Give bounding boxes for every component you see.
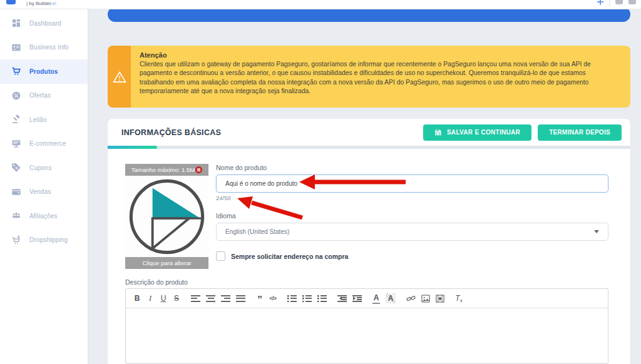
basic-info-card: INFORMAÇÕES BÁSICAS SALVAR E CONTINUAR T… [108,119,630,364]
editor-toolbar: B I U S ” </> [126,289,608,308]
sidebar-item-label: Cupons [29,164,52,171]
editor-content[interactable] [126,308,608,364]
name-label: Nome do produto [216,164,267,171]
sidebar-item-ecommerce[interactable]: E-commerce [0,132,88,156]
sidebar-item-label: E-commerce [29,140,66,147]
align-left-icon[interactable] [191,295,200,302]
video-icon[interactable] [436,295,444,303]
bold-button[interactable]: B [133,293,141,303]
outdent-icon[interactable] [337,295,347,302]
save-icon [434,129,442,136]
sidebar-item-ofertas[interactable]: Ofertas [0,84,88,108]
max-size-text: Tamanho máximo: 1.5M [131,166,195,173]
topbar-divider [609,0,610,7]
strikethrough-button[interactable]: S [173,293,180,303]
align-center-icon[interactable] [206,295,215,302]
sidebar-item-label: Vendas [29,188,51,195]
add-icon[interactable] [597,0,603,5]
image-icon[interactable] [421,295,430,303]
bullet-list-icon[interactable] [302,295,312,302]
card-body: Tamanho máximo: 1.5MB Clique para altera… [108,149,630,364]
sidebar-item-leilao[interactable]: Leilão [0,108,88,132]
cart-icon [11,66,21,76]
sidebar-item-dropshipping[interactable]: Dropshipping [0,228,88,253]
language-select[interactable]: English (United States) [216,223,608,241]
highlight-color-button[interactable]: A [386,293,396,303]
link-icon[interactable] [406,295,416,303]
warning-triangle-icon [113,71,126,83]
save-continue-button[interactable]: SALVAR E CONTINUAR [423,124,531,141]
clear-format-x: x [460,298,463,303]
app-logo-icon[interactable] [6,0,16,4]
card-header: INFORMAÇÕES BÁSICAS SALVAR E CONTINUAR T… [108,119,630,146]
cart-plus-icon [11,235,21,245]
card-title: INFORMAÇÕES BÁSICAS [121,128,221,137]
align-justify-icon[interactable] [236,295,245,302]
check-list-icon[interactable] [317,295,327,302]
underline-button[interactable]: U [160,293,167,303]
topbar: | by Builderall [0,0,641,9]
product-logo-image [127,177,207,256]
address-checkbox-row: Sempre solicitar endereço na compra [216,251,348,261]
description-label: Descrição do produto [125,278,188,286]
percent-icon [11,91,21,101]
indent-icon[interactable] [352,295,362,302]
language-value: English (United States) [225,228,289,235]
blockquote-icon[interactable]: ” [256,295,264,305]
sidebar-item-label: Business Info [29,44,69,51]
sidebar-item-label: Afiliações [29,213,58,220]
finish-later-button[interactable]: TERMINAR DEPOIS [538,124,622,141]
dashboard-icon [11,18,21,28]
align-right-icon[interactable] [221,295,230,302]
storefront-icon [11,139,21,149]
char-counter: 24/50 [216,195,231,201]
sidebar-item-produtos[interactable]: Produtos [0,59,88,84]
product-name-input[interactable] [216,174,608,193]
clear-format-t: T [455,294,459,303]
sidebar-item-afiliacoes[interactable]: Afiliações [0,204,88,228]
sidebar-item-vendas[interactable]: Vendas [0,180,88,205]
sidebar: Dashboard Business Info Produtos Ofertas… [0,9,88,364]
language-label: Idioma [216,212,236,220]
finish-later-label: TERMINAR DEPOIS [549,129,610,136]
sidebar-item-label: Dropshipping [29,236,68,243]
notifications-icon[interactable] [615,0,623,4]
business-info-icon [11,43,21,53]
wallet-icon [11,187,21,197]
sidebar-item-business-info[interactable]: Business Info [0,36,88,60]
text-color-button[interactable]: A [372,293,380,304]
address-checkbox-label: Sempre solicitar endereço na compra [231,253,348,260]
ordered-list-icon[interactable] [287,295,297,302]
warning-banner: Atenção Clientes que utilizam o gateway … [108,46,630,108]
address-checkbox[interactable] [216,251,225,261]
sidebar-item-label: Ofertas [29,92,51,99]
account-icon[interactable] [628,0,636,4]
sidebar-item-dashboard[interactable]: Dashboard [0,11,88,36]
warning-title: Atenção [140,51,620,59]
coupon-tag-icon [11,163,21,173]
warning-text: Clientes que utilizam o gateway de pagam… [140,60,620,96]
app-window: | by Builderall Dashboard Business Info … [0,0,641,364]
chevron-down-icon [594,230,599,233]
change-image-button[interactable]: Clique para alterar [125,257,208,269]
sidebar-item-label: Dashboard [29,20,61,27]
size-badge: B [195,166,202,173]
save-continue-label: SALVAR E CONTINUAR [447,129,520,136]
brand-text: | by Builderall [26,1,56,6]
italic-button[interactable]: I [146,293,154,303]
warning-icon-column [108,46,131,108]
description-editor[interactable]: B I U S ” </> [125,288,608,364]
clear-format-button[interactable]: Tx [455,293,463,303]
code-view-icon[interactable]: </> [269,293,277,303]
change-image-label: Clique para alterar [142,260,191,266]
sidebar-item-label: Leilão [29,116,47,123]
sidebar-item-label: Produtos [29,68,58,75]
product-image-upload[interactable]: Tamanho máximo: 1.5MB Clique para altera… [125,164,208,269]
max-size-overlay: Tamanho máximo: 1.5MB [125,164,208,176]
people-icon [11,211,21,221]
gavel-icon [11,114,21,124]
warning-banner-body: Atenção Clientes que utilizam o gateway … [131,46,630,108]
sidebar-item-cupons[interactable]: Cupons [0,156,88,180]
